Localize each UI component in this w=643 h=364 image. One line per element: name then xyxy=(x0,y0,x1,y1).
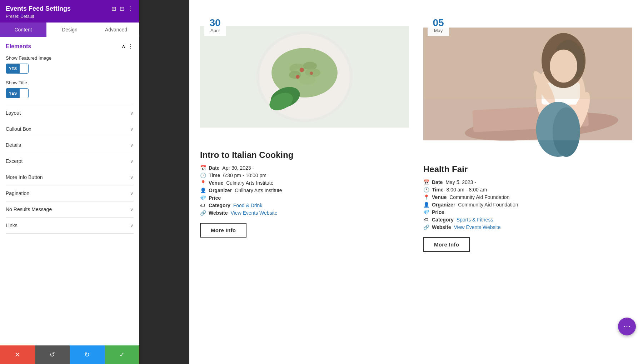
redo-button[interactable]: ↻ xyxy=(70,345,105,364)
detail-price-1: 💎 Price xyxy=(200,195,409,201)
more-options-icon[interactable]: ⋮ xyxy=(128,5,134,12)
toggle-handle xyxy=(20,64,27,73)
accordion-layout-label: Layout xyxy=(6,110,21,116)
toggle-yes-label: YES xyxy=(6,64,20,73)
detail-date-label: Date xyxy=(209,165,219,171)
detail-website-1: 🔗 Website View Events Website xyxy=(200,210,409,216)
svg-rect-15 xyxy=(200,26,409,128)
toggle-handle-2 xyxy=(20,89,27,98)
event-card-2: 05 May xyxy=(423,11,632,258)
location-icon: 📍 xyxy=(200,180,206,186)
fab-button[interactable]: ⋯ xyxy=(618,318,636,335)
date-day-2: 05 xyxy=(432,18,445,28)
website-link-1[interactable]: View Events Website xyxy=(230,210,277,216)
accordion-no-results: No Results Message ∨ xyxy=(6,201,134,218)
event-body-2: Health Fair 📅 Date May 5, 2023 - 🕐 Time … xyxy=(423,159,632,258)
detail-time-value: 6:30 pm - 10:00 pm xyxy=(223,173,266,178)
detail-price-label: Price xyxy=(209,195,221,201)
chevron-down-icon-8: ∨ xyxy=(130,223,134,228)
show-featured-image-label: Show Featured Image xyxy=(6,55,134,61)
header-icons: ⊞ ⊟ ⋮ xyxy=(111,5,134,12)
accordion-details-label: Details xyxy=(6,142,21,148)
chevron-down-icon: ∨ xyxy=(130,110,134,116)
category-link-1[interactable]: Food & Drink xyxy=(233,203,263,208)
show-featured-image-field: Show Featured Image YES xyxy=(6,55,134,74)
sidebar-header-top: Events Feed Settings ⊞ ⊟ ⋮ xyxy=(6,5,134,13)
category-link-2[interactable]: Sports & Fitness xyxy=(457,217,493,223)
show-title-toggle[interactable]: YES xyxy=(6,88,29,98)
accordion-more-info-header[interactable]: More Info Button ∨ xyxy=(6,169,134,185)
clock-icon-2: 🕐 xyxy=(423,187,430,193)
columns-icon[interactable]: ⊟ xyxy=(120,5,124,12)
sidebar-tabs: Content Design Advanced xyxy=(0,23,139,37)
price-icon: 💎 xyxy=(200,195,206,201)
accordion-links: Links ∨ xyxy=(6,218,134,234)
event-details-2: 📅 Date May 5, 2023 - 🕐 Time 8:00 am - 8:… xyxy=(423,179,632,230)
calendar-icon-2: 📅 xyxy=(423,179,430,185)
tab-advanced[interactable]: Advanced xyxy=(93,23,139,37)
accordion-pagination-label: Pagination xyxy=(6,190,29,196)
preset-label[interactable]: Preset: Default xyxy=(6,14,134,19)
accordion-callout-header[interactable]: Callout Box ∨ xyxy=(6,121,134,137)
chevron-down-icon-5: ∨ xyxy=(130,175,134,180)
accordion-excerpt-header[interactable]: Excerpt ∨ xyxy=(6,153,134,169)
undo-button[interactable]: ↺ xyxy=(35,345,70,364)
clock-icon: 🕐 xyxy=(200,173,206,178)
tab-design[interactable]: Design xyxy=(46,23,93,37)
accordion-pagination: Pagination ∨ xyxy=(6,185,134,201)
price-icon-2: 💎 xyxy=(423,209,430,215)
sidebar-toolbar: ✕ ↺ ↻ ✓ xyxy=(0,345,139,364)
detail-venue-1: 📍 Venue Culinary Arts Institute xyxy=(200,180,409,186)
date-day-1: 30 xyxy=(209,18,221,28)
grid-icon[interactable]: ⊞ xyxy=(111,5,116,12)
person-icon-2: 👤 xyxy=(423,202,430,208)
cancel-button[interactable]: ✕ xyxy=(0,345,35,364)
detail-venue-label: Venue xyxy=(209,180,223,186)
detail-time-label-2: Time xyxy=(432,187,443,193)
event-image-wrap-2: 05 May xyxy=(423,11,632,159)
location-icon-2: 📍 xyxy=(423,194,430,200)
elements-more-icon[interactable]: ⋮ xyxy=(128,43,134,50)
elements-title: Elements xyxy=(6,43,31,50)
accordion-no-results-header[interactable]: No Results Message ∨ xyxy=(6,201,134,217)
detail-venue-label-2: Venue xyxy=(432,194,447,200)
detail-time-value-2: 8:00 am - 8:00 am xyxy=(446,187,487,193)
accordion-details-header[interactable]: Details ∨ xyxy=(6,137,134,153)
events-area: 30 April xyxy=(189,0,643,364)
show-title-label: Show Title xyxy=(6,80,134,85)
accordion-layout-header[interactable]: Layout ∨ xyxy=(6,105,134,121)
detail-website-label: Website xyxy=(209,210,228,216)
website-icon: 🔗 xyxy=(200,210,206,216)
sidebar-header: Events Feed Settings ⊞ ⊟ ⋮ Preset: Defau… xyxy=(0,0,139,23)
sidebar-content: Elements ∧ ⋮ Show Featured Image YES Sho… xyxy=(0,37,139,345)
accordion-links-header[interactable]: Links ∨ xyxy=(6,218,134,233)
detail-date-value-2: May 5, 2023 - xyxy=(445,179,476,185)
more-info-button-2[interactable]: More Info xyxy=(423,237,470,252)
accordion-excerpt-label: Excerpt xyxy=(6,158,23,164)
website-link-2[interactable]: View Events Website xyxy=(454,224,500,230)
elements-collapse-icon[interactable]: ∧ xyxy=(121,43,126,50)
yoga-image xyxy=(423,11,632,157)
detail-date-2: 📅 Date May 5, 2023 - xyxy=(423,179,632,185)
accordion-more-info-label: More Info Button xyxy=(6,174,43,180)
website-icon-2: 🔗 xyxy=(423,224,430,230)
detail-time-1: 🕐 Time 6:30 pm - 10:00 pm xyxy=(200,173,409,178)
detail-website-2: 🔗 Website View Events Website xyxy=(423,224,632,230)
chevron-down-icon-4: ∨ xyxy=(130,159,134,164)
person-icon: 👤 xyxy=(200,188,206,193)
detail-date-value: Apr 30, 2023 - xyxy=(222,165,254,171)
accordion-pagination-header[interactable]: Pagination ∨ xyxy=(6,185,134,201)
elements-section-header: Elements ∧ ⋮ xyxy=(6,43,134,50)
detail-organizer-2: 👤 Organizer Community Aid Foundation xyxy=(423,202,632,208)
detail-venue-2: 📍 Venue Community Aid Foundation xyxy=(423,194,632,200)
accordion: Layout ∨ Callout Box ∨ Details ∨ Excerpt xyxy=(6,105,134,234)
save-button[interactable]: ✓ xyxy=(105,345,140,364)
detail-date-1: 📅 Date Apr 30, 2023 - xyxy=(200,165,409,171)
chevron-down-icon-2: ∨ xyxy=(130,126,134,132)
more-info-button-1[interactable]: More Info xyxy=(200,223,246,238)
show-featured-image-toggle[interactable]: YES xyxy=(6,64,29,74)
detail-category-1: 🏷 Category Food & Drink xyxy=(200,203,409,208)
elements-actions: ∧ ⋮ xyxy=(121,43,134,50)
detail-venue-value: Culinary Arts Institute xyxy=(226,180,273,186)
tab-content[interactable]: Content xyxy=(0,23,46,37)
